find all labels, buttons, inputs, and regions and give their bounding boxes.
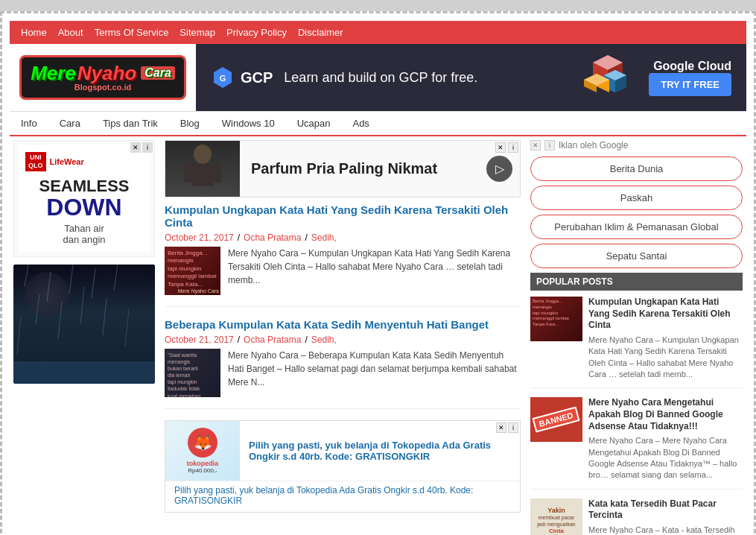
nav-terms[interactable]: Terms Of Service xyxy=(95,27,169,38)
uniqlo-logo: UNI QLO LifeWear xyxy=(25,152,143,171)
popular-posts-header: POPULAR POSTS xyxy=(530,273,743,291)
logo-banner-area: Mere Nyaho Cara Blogspot.co.id G GCP Lea… xyxy=(10,44,746,112)
article-2-thumb: "Saat wanitamenangisbukan berartidia lem… xyxy=(165,349,220,397)
article-1-meta: October 21, 2017 / Ocha Pratama / Sedih, xyxy=(165,232,521,243)
article-2-title[interactable]: Beberapa Kumpulan Kata Kata Sedih Menyen… xyxy=(165,318,521,331)
nav-info[interactable]: Info xyxy=(10,112,48,135)
tokopedia-inner: 🦊 tokopedia Rp40.000,- Pilih yang pasti,… xyxy=(165,421,520,481)
logo-main-text: Mere Nyaho Cara xyxy=(31,63,175,83)
svg-line-15 xyxy=(69,265,73,294)
toko-x-btn[interactable]: ✕ xyxy=(496,422,506,433)
svg-line-17 xyxy=(114,265,118,291)
nav-ucapan[interactable]: Ucapan xyxy=(286,112,342,135)
right-sidebar: ✕ i Iklan oleh Google Berita Dunia Paska… xyxy=(527,136,746,535)
svg-line-23 xyxy=(125,309,129,346)
article-1-author: Ocha Pratama xyxy=(244,232,301,243)
popular-content-3: Kata kata Tersedih Buat Pacar Tercinta M… xyxy=(588,498,743,535)
popular-post-3: Yakin membuat pacarjadi menguatkan Cinta… xyxy=(530,498,743,535)
svg-line-21 xyxy=(103,298,107,335)
center-ad-banner: Parfum Pria Paling Nikmat ▷ ✕ i xyxy=(165,140,521,197)
popular-title-1: Kumpulan Ungkapan Kata Hati Yang Sedih K… xyxy=(588,297,743,332)
popular-post-2: BANNED Mere Nyaho Cara Mengetahui Apakah… xyxy=(530,397,743,489)
nav-ads[interactable]: Ads xyxy=(341,112,380,135)
article-2-body: "Saat wanitamenangisbukan berartidia lem… xyxy=(165,349,521,397)
popular-excerpt-2: Mere Nyaho Cara – Mere Nyaho Cara Menget… xyxy=(588,435,743,481)
article-1-title[interactable]: Kumpulan Ungkapan Kata Hati Yang Sedih K… xyxy=(165,203,521,229)
uniqlo-box: UNI QLO xyxy=(25,152,46,171)
toko-info-btn[interactable]: i xyxy=(508,422,518,433)
nav-disclaimer[interactable]: Disclaimer xyxy=(298,27,343,38)
tokopedia-text2: Pilih yang pasti, yuk belanja di Tokoped… xyxy=(165,481,520,512)
gcp-label: GCP xyxy=(241,69,273,86)
svg-line-18 xyxy=(36,294,39,324)
iklan-header: ✕ i Iklan oleh Google xyxy=(530,140,743,151)
svg-point-24 xyxy=(194,145,212,164)
category-perubahan-iklim[interactable]: Perubahan Iklim & Pemanasan Global xyxy=(530,215,743,239)
nav-cara[interactable]: Cara xyxy=(48,112,92,135)
man-silhouette xyxy=(180,143,225,195)
ad-info-btn2[interactable]: i xyxy=(508,142,518,153)
ad-info-button[interactable]: i xyxy=(142,142,153,153)
page-container: Home About Terms Of Service Sitemap Priv… xyxy=(0,11,756,535)
nav-sitemap[interactable]: Sitemap xyxy=(180,27,215,38)
svg-rect-25 xyxy=(191,164,214,186)
gcp-cubes-illustration xyxy=(578,51,638,104)
svg-line-20 xyxy=(80,287,84,324)
ad-controls: ✕ i xyxy=(130,142,153,153)
uniqlo-line1: UNI xyxy=(28,153,43,162)
ad-x-btn2[interactable]: ✕ xyxy=(495,142,506,153)
article-1-date: October 21, 2017 xyxy=(165,232,234,243)
center-ad-content: Parfum Pria Paling Nikmat xyxy=(240,153,486,185)
article-2-text: Mere Nyaho Cara – Beberapa Kumpulan Kata… xyxy=(228,349,521,397)
try-free-button[interactable]: TRY IT FREE xyxy=(649,73,731,96)
tokopedia-ad-controls: ✕ i xyxy=(496,422,518,433)
article-1: Kumpulan Ungkapan Kata Hati Yang Sedih K… xyxy=(165,203,521,307)
tokopedia-ad: ✕ i 🦊 tokopedia Rp40.000,- Pilih yang p xyxy=(165,420,521,513)
lifewear-label: LifeWear xyxy=(50,157,84,166)
article-1-body: Berita Jingga...menangistapi mungkinmema… xyxy=(165,247,521,295)
ad-label-area: ✕ i xyxy=(495,142,518,153)
secondary-nav: Info Cara Tips dan Trik Blog Windows 10 … xyxy=(10,112,746,136)
svg-rect-27 xyxy=(212,164,221,183)
svg-line-14 xyxy=(47,272,51,302)
popular-content-2: Mere Nyaho Cara Mengetahui Apakah Blog D… xyxy=(588,397,743,481)
iklan-info-btn[interactable]: i xyxy=(544,140,555,151)
svg-line-13 xyxy=(25,265,28,287)
nav-blog[interactable]: Blog xyxy=(169,112,211,135)
popular-post-1: Berita Jingga...menangistapi mungkinmema… xyxy=(530,297,743,388)
rain-image xyxy=(13,265,155,384)
article-1-text: Mere Nyaho Cara – Kumpulan Ungkapan Kata… xyxy=(228,247,521,295)
gcp-banner: G GCP Learn and build on GCP for free. xyxy=(196,44,746,111)
banner-tagline: Learn and build on GCP for free. xyxy=(284,70,477,86)
ad-x-button[interactable]: ✕ xyxy=(130,142,141,153)
popular-thumb-3: Yakin membuat pacarjadi menguatkan Cinta xyxy=(530,498,582,535)
banner-left: G GCP Learn and build on GCP for free. xyxy=(211,66,477,89)
category-sepatu-santai[interactable]: Sepatu Santai xyxy=(530,244,743,268)
category-paskah[interactable]: Paskah xyxy=(530,186,743,210)
tokopedia-text: Pilih yang pasti, yuk belanja di Tokoped… xyxy=(240,434,520,468)
seamless-headline: SEAMLESS xyxy=(25,177,143,195)
popular-content-1: Kumpulan Ungkapan Kata Hati Yang Sedih K… xyxy=(588,297,743,380)
article-1-category: Sedih, xyxy=(311,232,337,243)
banner-right: Google Cloud TRY IT FREE xyxy=(578,51,731,104)
center-ad-title: Parfum Pria Paling Nikmat xyxy=(251,160,475,177)
nav-home[interactable]: Home xyxy=(21,27,47,38)
article-2: Beberapa Kumpulan Kata Kata Sedih Menyen… xyxy=(165,318,521,409)
tahan-text: Tahan airdan angin xyxy=(25,223,143,245)
popular-excerpt-1: Mere Nyaho Cara – Kumpulan Ungkapan Kata… xyxy=(588,335,743,381)
nav-about[interactable]: About xyxy=(58,27,83,38)
svg-rect-26 xyxy=(184,164,193,183)
site-logo: Mere Nyaho Cara Blogspot.co.id xyxy=(19,55,186,100)
category-berita-dunia[interactable]: Berita Dunia xyxy=(530,156,743,181)
article-2-meta: October 21, 2017 / Ocha Pratama / Sedih, xyxy=(165,335,521,345)
svg-text:G: G xyxy=(220,74,226,83)
nav-tips[interactable]: Tips dan Trik xyxy=(92,112,169,135)
left-sidebar: ✕ i UNI QLO LifeWear SEAMLESS DOWN Tahan… xyxy=(10,136,159,535)
gcp-icon: G xyxy=(211,66,235,89)
article-2-author: Ocha Pratama xyxy=(244,335,301,345)
nav-windows[interactable]: Windows 10 xyxy=(211,112,286,135)
iklan-x-btn[interactable]: ✕ xyxy=(530,140,541,151)
center-ad-arrow[interactable]: ▷ xyxy=(486,156,512,182)
nav-privacy[interactable]: Privacy Policy xyxy=(226,27,287,38)
svg-line-22 xyxy=(17,317,21,354)
